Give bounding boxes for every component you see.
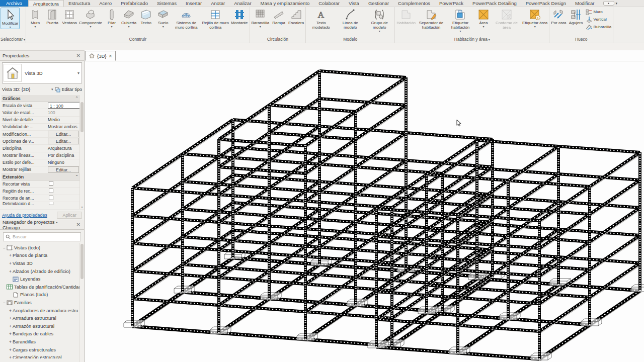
floor-button[interactable]: Suelo▾ (154, 8, 172, 28)
tree-item-alzados-alzado-de-edificio-[interactable]: +Alzados (Alzado de edificio) (0, 267, 84, 276)
roof-button[interactable]: Cubierta▾ (120, 8, 137, 28)
close-icon[interactable]: × (109, 53, 112, 59)
panel-collapse-icon[interactable]: ▴ (603, 1, 614, 6)
room-tag-button[interactable]: Etiquetar habitación▾ (446, 8, 475, 33)
area-boundary-button[interactable]: Contorno de área (492, 8, 521, 31)
room-separator-button[interactable]: Separador de habitación (417, 8, 446, 31)
ribbon-tab-powerpack-detailing[interactable]: PowerPack Detailing (468, 0, 521, 7)
ribbon-tab-powerpack-design[interactable]: PowerPack Design (521, 0, 571, 7)
edit-button[interactable]: Editar... (48, 138, 79, 144)
curtain-system-button[interactable]: Sistema de muro cortina (172, 8, 201, 31)
search-input[interactable]: Buscar (3, 232, 81, 241)
tree-item-familias[interactable]: −Familias (0, 299, 84, 307)
tree-item-cargas-estructurales[interactable]: +Cargas estructurales (0, 346, 84, 354)
ribbon-tab-colaborar[interactable]: Colaborar (314, 0, 344, 7)
checkbox[interactable] (49, 181, 53, 186)
ramp-button[interactable]: Rampa (270, 8, 287, 26)
tree-item-bandejas-de-cables[interactable]: +Bandejas de cables (0, 330, 84, 338)
tree-item-acopladores-de-armadura-estru[interactable]: +Acopladores de armadura estru (0, 307, 84, 315)
scale-input[interactable]: 1 : 100 (48, 103, 80, 109)
instance-selector[interactable]: Vista 3D: {3D} ▾ (2, 87, 55, 92)
tree-item-planos-todo-[interactable]: Planos (todo) (0, 291, 84, 299)
ribbon-tab-archivo[interactable]: Archivo (0, 0, 28, 7)
ribbon-tab-complementos[interactable]: Complementos (393, 0, 435, 7)
expand-icon[interactable]: + (8, 331, 13, 336)
close-icon[interactable]: ✕ (75, 53, 82, 58)
tree-item-tablas-de-planificaci-n-cantid[interactable]: Tablas de planificación/Cantidad (0, 283, 84, 291)
expand-icon[interactable]: + (8, 355, 13, 358)
expand-icon[interactable]: + (8, 347, 13, 352)
properties-section-header[interactable]: Extensión⌃ (2, 173, 80, 180)
cursor-button[interactable]: Modificar▾ (1, 8, 20, 29)
ribbon-tab-masa-y-emplazamiento[interactable]: Masa y emplazamiento (256, 0, 314, 7)
model-group-button[interactable]: Grupo de modelo▾ (365, 8, 394, 33)
properties-title-bar[interactable]: Propiedades ✕ (0, 51, 84, 61)
ribbon-tab-vista[interactable]: Vista (344, 0, 364, 7)
expand-icon[interactable]: + (8, 253, 13, 258)
chevron-down-icon[interactable]: ▾ (104, 26, 119, 28)
component-button[interactable]: Componente▾ (78, 8, 103, 28)
chevron-down-icon[interactable]: ▾ (252, 26, 270, 28)
close-icon[interactable]: ✕ (75, 222, 82, 227)
wall-opening-button[interactable]: Muro (586, 8, 612, 16)
chevron-down-icon[interactable]: ▾ (366, 30, 393, 32)
model-line-button[interactable]: Línea de modelo (336, 8, 365, 31)
properties-scrollbar[interactable]: ▾ (79, 101, 84, 209)
browser-title-bar[interactable]: Navegador de proyectos - Chicago ✕ (0, 220, 84, 230)
expand-icon[interactable]: + (8, 269, 13, 274)
tree-item-vistas-3d[interactable]: +Vistas 3D (0, 259, 84, 267)
checkbox[interactable] (49, 196, 53, 200)
wall-button[interactable]: Muro▾ (27, 8, 44, 28)
vertical-opening-button[interactable]: Vertical (586, 16, 612, 23)
scroll-down-icon[interactable]: ▾ (80, 205, 84, 209)
edit-button[interactable]: Editar... (48, 131, 79, 137)
ribbon-tab-estructura[interactable]: Estructura (64, 0, 95, 7)
view-tab-3d[interactable]: {3D} × (85, 51, 116, 61)
expand-icon[interactable]: + (8, 316, 13, 321)
tree-item-planos-de-planta[interactable]: +Planos de planta (0, 252, 84, 260)
ribbon-group-label[interactable]: Seleccionar ▾ (1, 36, 25, 43)
apply-button[interactable]: Aplicar (57, 212, 82, 219)
expand-icon[interactable]: + (8, 261, 13, 266)
ribbon-tab-prefabricado[interactable]: Prefabricado (116, 0, 152, 7)
model-text-button[interactable]: ATexto modelado (306, 8, 336, 31)
properties-help-link[interactable]: Ayuda de propiedades (2, 213, 47, 218)
ribbon-tab-powerpack[interactable]: PowerPack (435, 0, 468, 7)
property-value[interactable]: Ninguno (47, 160, 80, 165)
chevron-down-icon[interactable]: ▾ (476, 26, 491, 28)
collapse-icon[interactable]: − (2, 300, 7, 305)
chevron-down-icon[interactable]: ▾ (522, 26, 547, 28)
room-button[interactable]: Habitación (395, 8, 417, 26)
properties-section-header[interactable]: Gráficos⌃ (2, 95, 80, 102)
stair-button[interactable]: Escalera (287, 8, 305, 26)
property-value[interactable]: Mostrar ambos (47, 124, 80, 129)
property-value[interactable]: Medio (47, 117, 80, 122)
area-tag-button[interactable]: 1Etiquetar área▾ (521, 8, 548, 28)
edit-button[interactable]: Editar... (48, 166, 79, 173)
tree-item-barandillas[interactable]: +Barandillas (0, 338, 84, 346)
window-button[interactable]: Ventana (61, 8, 78, 26)
ribbon-tab-anotar[interactable]: Anotar (206, 0, 229, 7)
checkbox[interactable] (49, 202, 53, 205)
chevron-down-icon[interactable]: ▾ (447, 30, 474, 32)
chevron-down-icon[interactable]: ▾ (28, 26, 43, 28)
railing-button[interactable]: Barandilla▾ (251, 8, 271, 28)
area-button[interactable]: Área▾ (475, 8, 492, 28)
property-value[interactable]: Por disciplina (47, 153, 80, 158)
drawing-area[interactable]: {3D} × (85, 50, 644, 362)
ribbon-tab-arquitectura[interactable]: Arquitectura (28, 0, 64, 7)
mullion-button[interactable]: Montante (230, 8, 249, 26)
edit-type-button[interactable]: Editar tipo (55, 87, 82, 93)
ceiling-button[interactable]: Techo (137, 8, 154, 26)
chevron-down-icon[interactable]: ▾ (79, 26, 102, 28)
checkbox[interactable] (49, 189, 53, 193)
door-button[interactable]: Puerta (44, 8, 61, 26)
ribbon-tab-sistemas[interactable]: Sistemas (152, 0, 181, 7)
by-face-button[interactable]: Por cara (550, 8, 567, 26)
expand-icon[interactable]: + (8, 339, 13, 344)
chevron-down-icon[interactable]: ▾ (121, 26, 136, 28)
ribbon-tab-insertar[interactable]: Insertar (181, 0, 206, 7)
browser-scrollbar[interactable] (79, 243, 84, 362)
ribbon-tab-acero[interactable]: Acero (95, 0, 116, 7)
expand-icon[interactable]: + (8, 324, 13, 329)
